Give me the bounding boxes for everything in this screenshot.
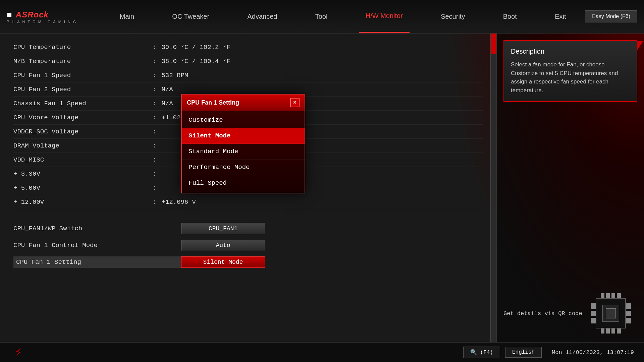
setting-label: VDDCR_SOC Voltage (13, 128, 148, 135)
modal-title: CPU Fan 1 Setting (187, 99, 239, 106)
nav-hw-monitor[interactable]: H/W Monitor (359, 0, 410, 33)
setting-label: Chassis Fan 1 Speed (13, 100, 148, 107)
description-title: Description (511, 48, 630, 55)
bottom-label: CPU_FAN1/WP Switch (13, 225, 181, 232)
setting-label: + 3.30V (13, 170, 148, 178)
separator: : (153, 44, 156, 51)
chip-core (606, 308, 616, 318)
qr-label: Get details via QR code (503, 310, 582, 317)
setting-value: 532 RPM (161, 72, 188, 79)
setting-label: DRAM Voltage (13, 142, 148, 149)
modal-option-silent[interactable]: Silent Mode (182, 128, 305, 144)
nav-advanced[interactable]: Advanced (240, 0, 284, 33)
modal-close-button[interactable]: × (290, 98, 300, 107)
separator: : (153, 100, 156, 107)
brand-name: ■ ASRock (7, 9, 101, 20)
modal-option-standard[interactable]: Standard Mode (182, 144, 305, 160)
chip-pins-right (626, 303, 631, 323)
modal-body: Customize Silent Mode Standard Mode Perf… (182, 111, 305, 193)
main-content: CPU Temperature : 39.0 °C / 102.2 °F M/B… (0, 34, 644, 342)
scrollbar[interactable] (490, 34, 496, 342)
setting-value: N/A (161, 86, 173, 93)
fan-setting-modal: CPU Fan 1 Setting × Customize Silent Mod… (181, 94, 305, 193)
bottom-row-fan-switch: CPU_FAN1/WP Switch CPU_FAN1 (13, 221, 483, 236)
chip-pins-top (601, 293, 621, 298)
separator: : (153, 142, 156, 149)
modal-option-fullspeed[interactable]: Full Speed (182, 175, 305, 191)
nav-exit[interactable]: Exit (548, 0, 573, 33)
setting-label: CPU Temperature (13, 44, 148, 51)
fan-control-value[interactable]: Auto (181, 240, 265, 251)
scrollbar-thumb (491, 34, 496, 54)
nav-security[interactable]: Security (434, 0, 472, 33)
setting-label: + 12.00V (13, 198, 148, 206)
modal-option-performance[interactable]: Performance Mode (182, 160, 305, 175)
setting-value: 39.0 °C / 102.2 °F (161, 44, 230, 51)
search-button[interactable]: 🔍 (F4) (463, 347, 500, 358)
setting-label: VDD_MISC (13, 156, 148, 164)
bottom-label-highlighted: CPU Fan 1 Setting (13, 256, 181, 268)
separator: : (153, 58, 156, 65)
description-text: Select a fan mode for Fan, or choose Cus… (511, 60, 630, 95)
chip-inner (602, 305, 619, 322)
separator: : (153, 128, 156, 135)
status-bar: ⚡ 🔍 (F4) English Mon 11/06/2023, 13:07:1… (0, 342, 644, 362)
setting-cpu-temp: CPU Temperature : 39.0 °C / 102.2 °F (13, 40, 483, 54)
description-box: Description Select a fan mode for Fan, o… (503, 40, 637, 102)
setting-cpu-fan1: CPU Fan 1 Speed : 532 RPM (13, 68, 483, 82)
separator: : (153, 198, 156, 206)
bottom-row-fan-control: CPU Fan 1 Control Mode Auto (13, 238, 483, 253)
modal-header: CPU Fan 1 Setting × (182, 95, 305, 111)
separator: : (153, 72, 156, 79)
setting-label: + 5.00V (13, 184, 148, 192)
easy-mode-button[interactable]: Easy Mode (F6) (585, 10, 637, 22)
language-selector[interactable]: English (505, 347, 542, 358)
bottom-label: CPU Fan 1 Control Mode (13, 242, 181, 249)
header: ■ ASRock PHANTOM GAMING Main OC Tweaker … (0, 0, 644, 34)
nav-main[interactable]: Main (113, 0, 141, 33)
nav-boot[interactable]: Boot (496, 0, 524, 33)
nav-oc-tweaker[interactable]: OC Tweaker (165, 0, 216, 33)
fan-setting-value[interactable]: Silent Mode (181, 256, 265, 268)
setting-mb-temp: M/B Temperature : 38.0 °C / 100.4 °F (13, 54, 483, 68)
setting-label: M/B Temperature (13, 58, 148, 65)
qr-code-chip (589, 292, 633, 335)
separator: : (153, 170, 156, 178)
phantom-gaming-icon: ⚡ (15, 345, 22, 360)
setting-label: CPU Fan 1 Speed (13, 72, 148, 79)
setting-value: +12.096 V (161, 198, 196, 206)
brand-subtitle: PHANTOM GAMING (7, 20, 101, 24)
main-nav: Main OC Tweaker Advanced Tool H/W Monito… (101, 0, 585, 33)
setting-12v: + 12.00V : +12.096 V (13, 195, 483, 209)
separator: : (153, 184, 156, 192)
logo: ■ ASRock PHANTOM GAMING (7, 9, 101, 24)
separator: : (153, 156, 156, 164)
setting-label: CPU Fan 2 Speed (13, 86, 148, 93)
setting-label: CPU Vcore Voltage (13, 114, 148, 121)
separator: : (153, 86, 156, 93)
setting-value: N/A (161, 100, 173, 107)
right-panel: Description Select a fan mode for Fan, o… (496, 34, 644, 342)
status-logo: ⚡ (10, 344, 27, 361)
chip-pins-bottom (601, 328, 621, 334)
modal-option-customize[interactable]: Customize (182, 112, 305, 128)
bottom-row-fan-setting: CPU Fan 1 Setting Silent Mode (13, 255, 483, 269)
nav-tool[interactable]: Tool (309, 0, 334, 33)
qr-section: Get details via QR code (503, 292, 637, 335)
chip-body (596, 298, 626, 328)
setting-value: 38.0 °C / 100.4 °F (161, 58, 230, 65)
fan-switch-value[interactable]: CPU_FAN1 (181, 223, 265, 234)
separator: : (153, 114, 156, 121)
chip-pins-left (591, 303, 596, 323)
datetime-display: Mon 11/06/2023, 13:07:19 (552, 349, 634, 356)
